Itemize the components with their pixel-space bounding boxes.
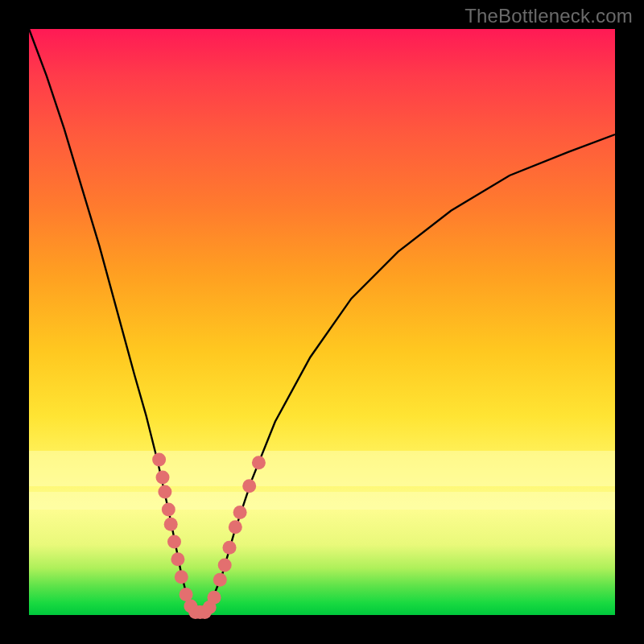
curve-marker — [164, 518, 178, 531]
bottleneck-curve — [29, 29, 615, 615]
curve-marker — [158, 485, 171, 499]
curve-marker — [167, 535, 181, 549]
curve-marker — [175, 570, 188, 584]
chart-frame: TheBottleneck.com — [0, 0, 644, 644]
curve-markers — [152, 453, 266, 619]
curve-marker — [180, 588, 193, 601]
curve-marker — [171, 552, 184, 566]
curve-marker — [252, 456, 266, 469]
curve-marker — [233, 506, 247, 519]
curve-marker — [213, 573, 227, 587]
curve-marker — [162, 503, 175, 517]
chart-svg — [29, 29, 615, 615]
curve-marker — [152, 453, 166, 467]
curve-marker — [229, 520, 242, 534]
curve-marker — [156, 470, 170, 484]
watermark-text: TheBottleneck.com — [464, 5, 633, 27]
curve-marker — [218, 559, 232, 572]
curve-marker — [223, 541, 237, 555]
curve-marker — [208, 591, 221, 605]
curve-marker — [242, 479, 256, 493]
